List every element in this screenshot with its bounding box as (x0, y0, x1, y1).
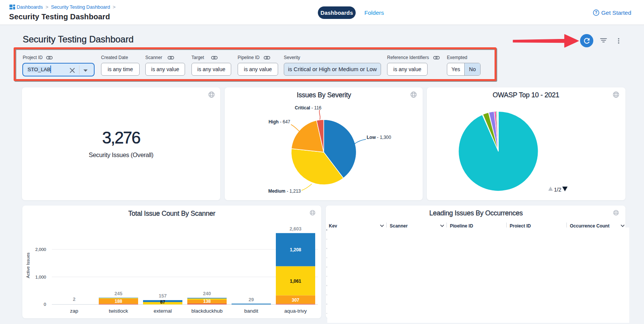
svg-text:245: 245 (115, 291, 123, 296)
svg-text:1,208: 1,208 (290, 247, 301, 252)
svg-text:bandit: bandit (244, 308, 258, 314)
svg-text:zap: zap (70, 308, 78, 314)
svg-text:157: 157 (159, 293, 167, 299)
svg-text:2,603: 2,603 (289, 226, 301, 232)
svg-text:1,061: 1,061 (290, 279, 301, 284)
svg-text:aqua-trivy: aqua-trivy (284, 308, 307, 314)
svg-text:2,000: 2,000 (35, 247, 46, 252)
svg-text:307: 307 (292, 298, 299, 303)
svg-text:240: 240 (203, 291, 211, 296)
svg-text:138: 138 (203, 299, 211, 304)
svg-text:1,000: 1,000 (35, 275, 46, 279)
svg-text:twistlock: twistlock (109, 308, 128, 314)
svg-text:29: 29 (249, 297, 254, 302)
svg-text:external: external (154, 308, 172, 314)
svg-text:0: 0 (44, 302, 46, 307)
svg-text:87: 87 (160, 299, 165, 305)
svg-text:blackduckhub: blackduckhub (191, 308, 223, 314)
svg-text:188: 188 (115, 299, 122, 304)
svg-text:Active Issues: Active Issues (26, 252, 30, 278)
svg-text:2: 2 (73, 297, 76, 302)
